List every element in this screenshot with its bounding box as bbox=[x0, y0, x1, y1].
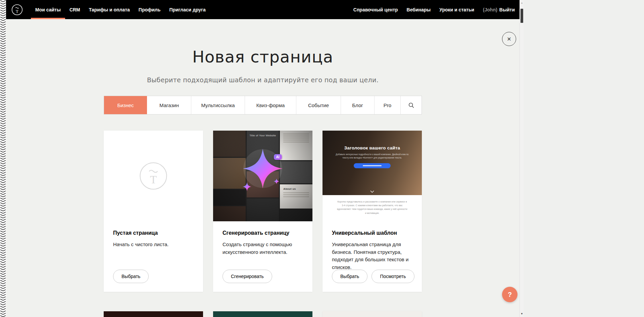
template-card-partial[interactable] bbox=[323, 311, 422, 317]
close-button[interactable]: ✕ bbox=[502, 32, 516, 46]
tab-label: Событие bbox=[308, 102, 329, 108]
preview-template-button[interactable]: Посмотреть bbox=[371, 270, 414, 283]
search-icon bbox=[408, 102, 414, 108]
tab-label: Бизнес bbox=[117, 102, 134, 108]
template-hero-text: Добавьте интересные подробности о вашей … bbox=[333, 153, 412, 160]
ai-template-preview: Title of Your Website About us bbox=[213, 131, 312, 221]
template-card-ai: Title of Your Website About us bbox=[213, 131, 312, 292]
nav-label: Тарифы и оплата bbox=[89, 7, 130, 12]
tilda-logo[interactable]: T bbox=[11, 4, 23, 15]
ai-sparkle-small-icon bbox=[243, 182, 251, 191]
app-window: T Мои сайты CRM Тарифы и оплата Профиль … bbox=[0, 0, 524, 317]
card-body: Сгенерировать страницу Создать страницу … bbox=[213, 221, 312, 292]
template-card-partial[interactable] bbox=[104, 311, 203, 317]
template-body-text: Коротко представьтесь и расскажите о ком… bbox=[336, 200, 408, 215]
nav-label: Мои сайты bbox=[35, 7, 61, 12]
scrollbar[interactable]: ▲ ▼ bbox=[519, 0, 524, 317]
nav-invite-friend[interactable]: Пригласи друга bbox=[165, 0, 210, 19]
nav-label: Вебинары bbox=[407, 7, 431, 12]
tab-label: Pro bbox=[384, 102, 391, 108]
top-navbar: T Мои сайты CRM Тарифы и оплата Профиль … bbox=[6, 0, 519, 19]
nav-logout[interactable]: (John) Выйти bbox=[479, 0, 515, 19]
question-mark-icon: ? bbox=[508, 291, 512, 299]
card-title: Универсальный шаблон bbox=[332, 230, 412, 236]
template-search-button[interactable] bbox=[400, 96, 422, 114]
template-grid: T Пустая страница Начать с чистого листа… bbox=[104, 131, 422, 292]
nav-crm[interactable]: CRM bbox=[65, 0, 85, 19]
tilda-zigzag-edge bbox=[0, 0, 6, 317]
template-card-universal: Заголовок вашего сайта Добавьте интересн… bbox=[323, 131, 422, 292]
main-menu: Мои сайты CRM Тарифы и оплата Профиль Пр… bbox=[31, 0, 210, 19]
tab-event[interactable]: Событие bbox=[296, 96, 341, 114]
scrollbar-thumb[interactable] bbox=[521, 9, 523, 23]
card-description: Универсальная страница для бизнеса. Поня… bbox=[332, 241, 412, 271]
template-card-partial[interactable] bbox=[213, 311, 312, 317]
help-button[interactable]: ? bbox=[502, 287, 517, 302]
svg-text:T: T bbox=[16, 8, 18, 13]
template-hero-heading: Заголовок вашего сайта bbox=[344, 145, 400, 150]
secondary-menu: Справочный центр Вебинары Уроки и статьи… bbox=[349, 0, 515, 19]
nav-label: Уроки и статьи bbox=[439, 7, 474, 12]
template-body-section: Коротко представьтесь и расскажите о ком… bbox=[323, 195, 422, 215]
card-body: Универсальный шаблон Универсальная стран… bbox=[323, 221, 422, 292]
template-grid-next-row bbox=[104, 311, 422, 317]
tab-store[interactable]: Магазин bbox=[147, 96, 191, 114]
logout-label: Выйти bbox=[499, 7, 515, 12]
blank-template-preview: T bbox=[104, 131, 203, 221]
card-description: Начать с чистого листа. bbox=[113, 241, 194, 248]
template-thumbnail: Заголовок вашего сайта Добавьте интересн… bbox=[323, 131, 422, 221]
card-actions: Выбрать Посмотреть bbox=[332, 270, 414, 283]
chevron-down-icon bbox=[370, 190, 374, 193]
card-actions: Сгенерировать bbox=[222, 270, 272, 283]
svg-text:T: T bbox=[150, 174, 157, 186]
new-page-modal: ✕ Новая страница Выберите подходящий шаб… bbox=[6, 19, 519, 317]
template-hero-section: Заголовок вашего сайта Добавьте интересн… bbox=[323, 131, 422, 195]
tilda-watermark-icon: T bbox=[139, 162, 168, 190]
card-actions: Выбрать bbox=[113, 270, 149, 283]
template-cta-button bbox=[354, 163, 391, 168]
page-subtitle: Выберите подходящий шаблон и адаптируйте… bbox=[6, 76, 519, 84]
generate-button[interactable]: Сгенерировать bbox=[222, 270, 272, 283]
scroll-up-arrow[interactable]: ▲ bbox=[520, 1, 524, 5]
nav-pricing[interactable]: Тарифы и оплата bbox=[85, 0, 134, 19]
tab-label: Мультиссылка bbox=[201, 102, 235, 108]
close-icon: ✕ bbox=[507, 36, 511, 42]
nav-webinars[interactable]: Вебинары bbox=[402, 0, 435, 19]
template-card-blank: T Пустая страница Начать с чистого листа… bbox=[104, 131, 203, 292]
card-title: Сгенерировать страницу bbox=[222, 230, 303, 236]
card-title: Пустая страница bbox=[113, 230, 194, 236]
user-name: (John) bbox=[483, 7, 497, 12]
ai-sparkle-small-icon bbox=[274, 179, 280, 184]
nav-label: Пригласи друга bbox=[169, 7, 205, 12]
tab-blog[interactable]: Блог bbox=[341, 96, 374, 114]
nav-tutorials[interactable]: Уроки и статьи bbox=[435, 0, 479, 19]
tab-business[interactable]: Бизнес bbox=[104, 96, 147, 114]
choose-blank-button[interactable]: Выбрать bbox=[113, 270, 149, 283]
nav-my-sites[interactable]: Мои сайты bbox=[31, 0, 65, 19]
ai-badge: AI bbox=[274, 154, 282, 160]
nav-help-center[interactable]: Справочный центр bbox=[349, 0, 402, 19]
card-description: Создать страницу с помощью искусственног… bbox=[222, 241, 303, 256]
nav-label: Профиль bbox=[139, 7, 161, 12]
card-body: Пустая страница Начать с чистого листа. … bbox=[104, 221, 203, 292]
tab-multilink[interactable]: Мультиссылка bbox=[191, 96, 245, 114]
template-category-tabs: Бизнес Магазин Мультиссылка Квиз-форма С… bbox=[104, 96, 422, 115]
tab-label: Квиз-форма bbox=[256, 102, 285, 108]
nav-label: CRM bbox=[69, 7, 80, 12]
universal-template-preview: Заголовок вашего сайта Добавьте интересн… bbox=[323, 131, 422, 221]
tab-quiz-form[interactable]: Квиз-форма bbox=[245, 96, 296, 114]
page-title: Новая страница bbox=[6, 47, 519, 66]
tab-label: Блог bbox=[352, 102, 363, 108]
choose-template-button[interactable]: Выбрать bbox=[332, 270, 367, 283]
nav-profile[interactable]: Профиль bbox=[134, 0, 165, 19]
nav-label: Справочный центр bbox=[353, 7, 398, 12]
tab-label: Магазин bbox=[159, 102, 179, 108]
tab-pro[interactable]: Pro bbox=[374, 96, 400, 114]
active-nav-underline bbox=[31, 18, 65, 19]
scroll-down-arrow[interactable]: ▼ bbox=[520, 312, 524, 316]
